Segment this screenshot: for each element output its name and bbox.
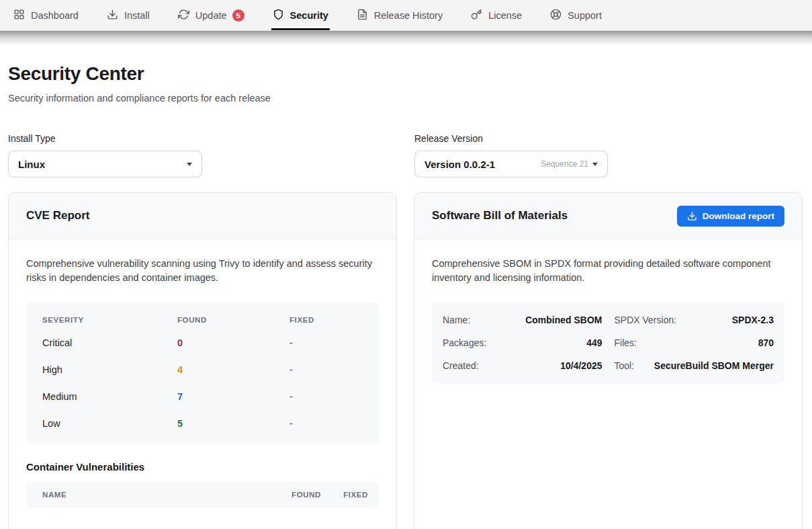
install-type-value: Linux: [18, 159, 45, 170]
info-value: 870: [758, 337, 774, 348]
download-icon: [107, 9, 118, 22]
cve-report-card: CVE Report Comprehensive vulnerability s…: [8, 192, 397, 529]
col-header-severity: SEVERITY: [42, 316, 177, 324]
severity-table-header: SEVERITY FOUND FIXED: [26, 309, 379, 329]
fixed-value: -: [289, 418, 379, 429]
info-value: 449: [586, 337, 602, 348]
life-buoy-icon: [550, 9, 561, 22]
nav-tab-security[interactable]: Security: [271, 0, 330, 30]
found-value: 7: [177, 391, 289, 402]
filters-row: Install Type Linux Release Version Versi…: [8, 133, 803, 177]
severity-label: Low: [42, 418, 177, 429]
nav-tab-release-history[interactable]: Release History: [355, 0, 444, 30]
cards-row: CVE Report Comprehensive vulnerability s…: [8, 192, 803, 529]
update-count-badge: 5: [232, 9, 244, 22]
install-type-label: Install Type: [8, 133, 414, 144]
nav-tab-support[interactable]: Support: [549, 0, 603, 30]
info-value: SPDX-2.3: [732, 315, 774, 325]
install-type-filter: Install Type Linux: [8, 133, 414, 177]
found-value: 4: [177, 364, 289, 375]
cve-card-header: CVE Report: [9, 193, 396, 239]
sbom-info-files: Files: 870: [615, 331, 774, 354]
nav-tab-label: Release History: [374, 10, 443, 21]
shield-icon: [273, 9, 284, 22]
nav-tab-dashboard[interactable]: Dashboard: [12, 0, 80, 30]
fixed-value: -: [289, 337, 379, 348]
release-version-filter: Release Version Version 0.0.2-1 Sequence…: [414, 133, 608, 177]
sbom-info-spdx-version: SPDX Version: SPDX-2.3: [615, 309, 774, 331]
sbom-card-body: Comprehensive SBOM in SPDX format provid…: [414, 239, 802, 401]
info-label: Packages:: [443, 337, 486, 348]
severity-label: Medium: [42, 391, 177, 402]
sbom-info-created: Created: 10/4/2025: [443, 354, 602, 377]
cve-card-body: Comprehensive vulnerability scanning usi…: [9, 239, 396, 525]
refresh-icon: [178, 9, 189, 22]
sbom-card-title: Software Bill of Materials: [432, 209, 568, 222]
col-header-found: FOUND: [257, 491, 321, 499]
key-icon: [471, 9, 482, 22]
table-row: Critical 0 -: [26, 329, 379, 356]
severity-table: SEVERITY FOUND FIXED Critical 0 - High 4…: [26, 302, 379, 444]
sbom-card: Software Bill of Materials Download repo…: [414, 192, 803, 529]
nav-tab-label: Support: [568, 10, 602, 21]
found-value: 5: [177, 418, 289, 429]
col-header-fixed: FIXED: [321, 491, 368, 499]
chevron-down-icon: [592, 163, 598, 166]
release-version-label: Release Version: [414, 133, 608, 144]
dashboard-grid-icon: [13, 9, 25, 22]
info-label: Tool:: [615, 360, 635, 371]
sbom-info-name: Name: Combined SBOM: [443, 309, 602, 331]
nav-tab-label: Security: [290, 10, 328, 21]
top-navigation: Dashboard Install Update 5 Security: [0, 0, 812, 31]
nav-tab-label: Update: [195, 10, 227, 21]
info-label: SPDX Version:: [615, 315, 677, 325]
container-vulnerabilities-title: Container Vulnerabilities: [26, 461, 379, 473]
info-value: SecureBuild SBOM Merger: [654, 360, 774, 371]
download-report-label: Download report: [703, 211, 774, 221]
found-value: 0: [177, 337, 289, 348]
sbom-info-grid: Name: Combined SBOM SPDX Version: SPDX-2…: [432, 302, 784, 383]
page-subtitle: Security information and compliance repo…: [8, 93, 803, 104]
info-label: Files:: [615, 337, 637, 348]
info-label: Name:: [443, 315, 470, 325]
chevron-down-icon: [187, 163, 192, 166]
container-vulnerabilities-table: NAME FOUND FIXED: [26, 482, 379, 507]
sbom-description: Comprehensive SBOM in SPDX format provid…: [432, 257, 784, 285]
main-content: Security Center Security information and…: [0, 63, 812, 529]
col-header-name: NAME: [42, 491, 257, 499]
page-title: Security Center: [8, 63, 803, 85]
nav-tab-label: Dashboard: [31, 10, 79, 21]
scroll-shadow: [0, 31, 812, 46]
release-version-select[interactable]: Version 0.0.2-1 Sequence 21: [414, 151, 608, 177]
sbom-info-packages: Packages: 449: [443, 331, 602, 354]
severity-label: High: [42, 364, 177, 375]
download-report-button[interactable]: Download report: [677, 206, 784, 227]
severity-label: Critical: [42, 337, 177, 348]
container-table-header: NAME FOUND FIXED: [26, 482, 379, 507]
nav-tab-license[interactable]: License: [469, 0, 523, 30]
sbom-card-header: Software Bill of Materials Download repo…: [414, 193, 802, 239]
table-row: Medium 7 -: [26, 383, 379, 410]
nav-tab-label: License: [488, 10, 522, 21]
cve-description: Comprehensive vulnerability scanning usi…: [26, 257, 379, 285]
fixed-value: -: [289, 391, 379, 402]
fixed-value: -: [289, 364, 379, 375]
download-icon: [687, 211, 697, 221]
col-header-found: FOUND: [177, 316, 289, 324]
col-header-fixed: FIXED: [289, 316, 379, 324]
release-version-value: Version 0.0.2-1: [424, 159, 495, 170]
table-row: Low 5 -: [26, 410, 379, 437]
file-text-icon: [357, 9, 368, 22]
install-type-select[interactable]: Linux: [8, 151, 202, 177]
info-value: Combined SBOM: [525, 315, 602, 325]
cve-card-title: CVE Report: [26, 209, 89, 222]
sbom-info-tool: Tool: SecureBuild SBOM Merger: [615, 354, 774, 377]
info-label: Created:: [443, 360, 479, 371]
release-sequence-label: Sequence 21: [541, 159, 588, 169]
nav-tab-label: Install: [124, 10, 150, 21]
nav-tab-install[interactable]: Install: [105, 0, 151, 30]
nav-tab-update[interactable]: Update 5: [177, 0, 246, 30]
info-value: 10/4/2025: [560, 360, 602, 371]
table-row: High 4 -: [26, 356, 379, 383]
